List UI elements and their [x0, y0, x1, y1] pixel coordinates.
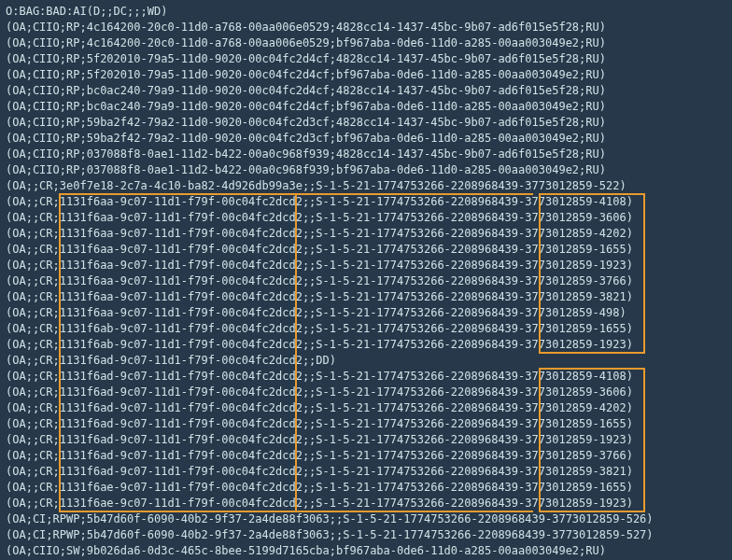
terminal-line-5: (OA;CIIO;RP;bc0ac240-79a9-11d0-9020-00c0… [6, 83, 726, 99]
terminal-line-28: (OA;;CR;1131f6ad-9c07-11d1-f79f-00c04fc2… [6, 448, 726, 464]
terminal-line-21: (OA;;CR;1131f6ab-9c07-11d1-f79f-00c04fc2… [6, 337, 726, 353]
terminal-line-3: (OA;CIIO;RP;5f202010-79a5-11d0-9020-00c0… [6, 51, 726, 67]
terminal-line-20: (OA;;CR;1131f6ab-9c07-11d1-f79f-00c04fc2… [6, 321, 726, 337]
terminal-line-27: (OA;;CR;1131f6ad-9c07-11d1-f79f-00c04fc2… [6, 432, 726, 448]
terminal-line-11: (OA;;CR;3e0f7e18-2c7a-4c10-ba82-4d926db9… [6, 178, 726, 194]
terminal-line-30: (OA;;CR;1131f6ae-9c07-11d1-f79f-00c04fc2… [6, 480, 726, 496]
terminal-line-26: (OA;;CR;1131f6ad-9c07-11d1-f79f-00c04fc2… [6, 416, 726, 432]
terminal-line-4: (OA;CIIO;RP;5f202010-79a5-11d0-9020-00c0… [6, 67, 726, 83]
terminal-line-22: (OA;;CR;1131f6ad-9c07-11d1-f79f-00c04fc2… [6, 353, 726, 369]
terminal-line-6: (OA;CIIO;RP;bc0ac240-79a9-11d0-9020-00c0… [6, 99, 726, 115]
terminal-line-1: (OA;CIIO;RP;4c164200-20c0-11d0-a768-00aa… [6, 20, 726, 35]
terminal-line-10: (OA;CIIO;RP;037088f8-0ae1-11d2-b422-00a0… [6, 162, 726, 178]
terminal-line-32: (OA;CI;RPWP;5b47d60f-6090-40b2-9f37-2a4d… [6, 511, 726, 527]
terminal-line-7: (OA;CIIO;RP;59ba2f42-79a2-11d0-9020-00c0… [6, 115, 726, 131]
terminal-line-31: (OA;;CR;1131f6ae-9c07-11d1-f79f-00c04fc2… [6, 496, 726, 511]
terminal-line-18: (OA;;CR;1131f6aa-9c07-11d1-f79f-00c04fc2… [6, 289, 726, 305]
terminal-line-16: (OA;;CR;1131f6aa-9c07-11d1-f79f-00c04fc2… [6, 258, 726, 273]
terminal-line-0: O:BAG:BAD:AI(D;;DC;;;WD) [6, 4, 726, 20]
terminal-line-13: (OA;;CR;1131f6aa-9c07-11d1-f79f-00c04fc2… [6, 210, 726, 226]
terminal-line-15: (OA;;CR;1131f6aa-9c07-11d1-f79f-00c04fc2… [6, 242, 726, 258]
terminal-line-25: (OA;;CR;1131f6ad-9c07-11d1-f79f-00c04fc2… [6, 400, 726, 416]
terminal-line-14: (OA;;CR;1131f6aa-9c07-11d1-f79f-00c04fc2… [6, 226, 726, 242]
terminal-line-34: (OA;CIIO;SW;9b026da6-0d3c-465c-8bee-5199… [6, 543, 726, 559]
terminal-line-12: (OA;;CR;1131f6aa-9c07-11d1-f79f-00c04fc2… [6, 194, 726, 210]
terminal-line-29: (OA;;CR;1131f6ad-9c07-11d1-f79f-00c04fc2… [6, 464, 726, 480]
terminal-line-9: (OA;CIIO;RP;037088f8-0ae1-11d2-b422-00a0… [6, 147, 726, 162]
terminal-line-8: (OA;CIIO;RP;59ba2f42-79a2-11d0-9020-00c0… [6, 131, 726, 147]
terminal-output: O:BAG:BAD:AI(D;;DC;;;WD)(OA;CIIO;RP;4c16… [0, 0, 732, 560]
terminal-line-19: (OA;;CR;1131f6aa-9c07-11d1-f79f-00c04fc2… [6, 305, 726, 321]
terminal-line-17: (OA;;CR;1131f6aa-9c07-11d1-f79f-00c04fc2… [6, 273, 726, 289]
terminal-line-23: (OA;;CR;1131f6ad-9c07-11d1-f79f-00c04fc2… [6, 369, 726, 385]
terminal-line-33: (OA;CI;RPWP;5b47d60f-6090-40b2-9f37-2a4d… [6, 527, 726, 543]
terminal-line-2: (OA;CIIO;RP;4c164200-20c0-11d0-a768-00aa… [6, 35, 726, 51]
terminal-line-24: (OA;;CR;1131f6ad-9c07-11d1-f79f-00c04fc2… [6, 385, 726, 400]
